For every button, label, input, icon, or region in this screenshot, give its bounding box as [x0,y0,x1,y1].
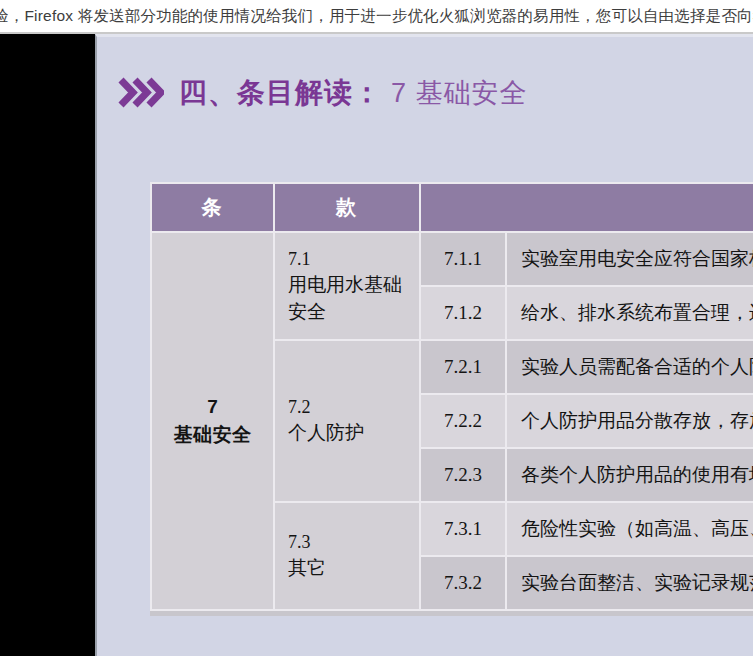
clause-name: 其它 [288,555,417,582]
tiao-group-cell: 7 基础安全 [152,233,273,609]
item-text: 给水、排水系统布置合理，运 [507,287,753,339]
table-bottom-shadow [150,611,753,616]
item-number: 7.2.3 [421,449,505,501]
clause-name: 个人防护 [288,420,417,447]
item-text: 个人防护用品分散存放，存放 [507,395,753,447]
item-text: 实验人员需配备合适的个人防 [507,341,753,393]
item-number: 7.1.1 [421,233,505,285]
clause-name: 用电用水基础安全 [288,272,417,325]
clause-number: 7.1 [288,247,417,272]
item-number: 7.1.2 [421,287,505,339]
item-number: 7.3.2 [421,557,505,609]
col-header-content [421,184,753,231]
tiao-group-number: 7 [153,393,272,421]
table-row: 7 基础安全 7.1 用电用水基础安全 7.1.1 实验室用电安全应符合国家标 [152,233,753,285]
presentation-slide: 四、条目解读： 7 基础安全 条 款 7 [95,34,753,656]
item-text: 各类个人防护用品的使用有培 [507,449,753,501]
notification-message: 验，Firefox 将发送部分功能的使用情况给我们，用于进一步优化火狐浏览器的易… [0,6,753,27]
page-title-section: 7 基础安全 [391,78,528,108]
item-text: 实验室用电安全应符合国家标 [507,233,753,285]
slide-title: 四、条目解读： 7 基础安全 [118,73,527,112]
clause-number: 7.2 [288,395,417,420]
col-header-kuan: 款 [275,184,419,231]
kuan-cell-7-3: 7.3 其它 [275,503,419,609]
item-text: 危险性实验（如高温、高压、 [507,503,753,555]
item-number: 7.2.2 [421,395,505,447]
table-header-row: 条 款 [152,184,753,231]
content-area: 四、条目解读： 7 基础安全 条 款 7 [0,34,753,656]
page-title-prefix: 四、条目解读： [179,77,382,108]
chevrons-right-icon [118,77,164,108]
clause-number: 7.3 [288,530,417,555]
page-title: 四、条目解读： 7 基础安全 [179,73,527,112]
kuan-cell-7-2: 7.2 个人防护 [275,341,419,501]
item-number: 7.2.1 [421,341,505,393]
item-text: 实验台面整洁、实验记录规范 [507,557,753,609]
items-table: 条 款 7 基础安全 7.1 用电用水基础安全 7.1.1 实验室用电 [150,182,753,611]
browser-notification-bar: 验，Firefox 将发送部分功能的使用情况给我们，用于进一步优化火狐浏览器的易… [0,0,753,34]
letterbox-left [0,34,95,656]
kuan-cell-7-1: 7.1 用电用水基础安全 [275,233,419,339]
col-header-tiao: 条 [152,184,273,231]
item-number: 7.3.1 [421,503,505,555]
tiao-group-name: 基础安全 [153,421,272,449]
